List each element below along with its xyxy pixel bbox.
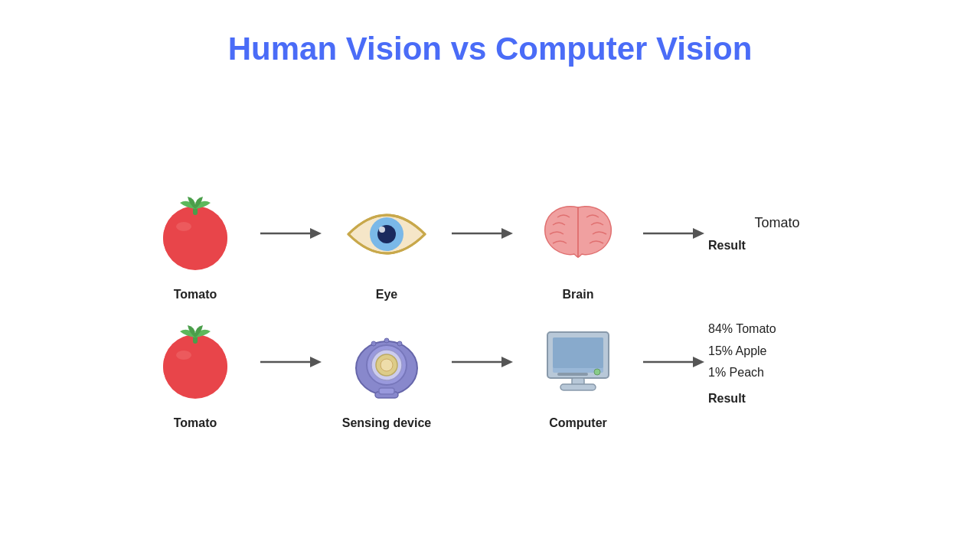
svg-point-27 (397, 341, 402, 346)
human-eye-item: Eye (325, 188, 448, 302)
computer-result-line3: 1% Peach (708, 362, 776, 384)
computer-arrow-3 (639, 353, 708, 371)
computer-result-item: 84% Tomato 15% Apple 1% Peach Result (708, 318, 846, 429)
svg-rect-29 (379, 388, 394, 394)
human-tomato-icon (149, 188, 241, 280)
human-result-item: Tomato Result (708, 215, 846, 276)
svg-marker-19 (310, 357, 322, 367)
svg-point-8 (379, 227, 385, 233)
svg-rect-36 (560, 384, 596, 390)
computer-label: Computer (549, 416, 607, 430)
computer-item: Computer (517, 317, 639, 430)
human-eye-icon (341, 188, 433, 280)
sensing-device-item: Sensing device (325, 317, 448, 430)
svg-marker-31 (501, 357, 513, 367)
human-arrow-3 (639, 224, 708, 243)
computer-result-line1: 84% Tomato (708, 318, 776, 341)
rows-container: Tomato (0, 67, 980, 551)
svg-rect-38 (557, 373, 588, 376)
svg-marker-13 (693, 228, 704, 239)
computer-tomato-label: Tomato (174, 416, 217, 430)
human-result-label: Result (708, 239, 746, 253)
page: Human Vision vs Computer Vision (0, 0, 980, 551)
svg-point-26 (384, 338, 389, 343)
human-result-value: Tomato (708, 215, 846, 231)
computer-result-values: 84% Tomato 15% Apple 1% Peach (708, 318, 776, 384)
human-arrow-2 (448, 224, 517, 243)
svg-rect-34 (553, 337, 603, 368)
human-vision-row: Tomato (46, 188, 934, 302)
computer-arrow-1 (256, 353, 325, 371)
svg-marker-40 (693, 357, 704, 367)
human-eye-label: Eye (376, 288, 397, 302)
svg-point-24 (381, 359, 393, 371)
svg-marker-10 (501, 228, 513, 239)
human-tomato-item: Tomato (134, 188, 256, 302)
computer-vision-row: Tomato (46, 317, 934, 430)
svg-point-16 (176, 350, 191, 360)
computer-tomato-icon (149, 317, 241, 409)
computer-icon (532, 317, 624, 409)
computer-arrow-2 (448, 353, 517, 371)
svg-point-15 (163, 336, 227, 397)
sensing-device-label: Sensing device (342, 416, 432, 430)
computer-tomato-item: Tomato (134, 317, 256, 430)
human-tomato-label: Tomato (174, 288, 217, 302)
human-brain-icon (532, 188, 624, 280)
human-brain-item: Brain (517, 188, 639, 302)
svg-point-37 (594, 369, 600, 375)
human-brain-label: Brain (563, 288, 594, 302)
svg-point-25 (371, 341, 376, 346)
svg-point-2 (176, 222, 191, 231)
svg-point-1 (163, 207, 227, 269)
svg-marker-5 (310, 228, 322, 239)
human-arrow-1 (256, 224, 325, 243)
sensing-device-icon (341, 317, 433, 409)
computer-result-line2: 15% Apple (708, 341, 776, 363)
page-title: Human Vision vs Computer Vision (228, 31, 753, 67)
computer-result-label: Result (708, 392, 746, 406)
